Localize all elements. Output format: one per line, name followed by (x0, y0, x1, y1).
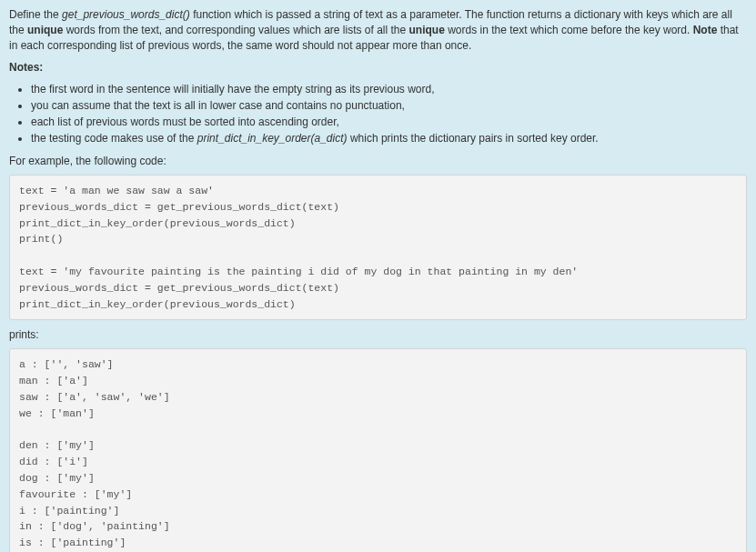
note4-post: which prints the dictionary pairs in sor… (348, 132, 599, 145)
code-block-input: text = 'a man we saw saw a saw' previous… (9, 175, 747, 321)
notes-list: the first word in the sentence will init… (9, 81, 747, 146)
example-label: For example, the following code: (9, 154, 747, 169)
intro-paragraph: Define the get_previous_words_dict() fun… (9, 7, 747, 53)
prints-label: prints: (9, 327, 747, 343)
note-item-2: you can assume that the text is all in l… (31, 97, 747, 114)
note-item-1: the first word in the sentence will init… (31, 81, 747, 97)
document-body: Define the get_previous_words_dict() fun… (0, 0, 756, 552)
bold-unique-1: unique (27, 24, 63, 36)
bold-unique-2: unique (409, 24, 445, 36)
note4-pre: the testing code makes use of the (31, 132, 197, 145)
note-item-3: each list of previous words must be sort… (31, 114, 747, 130)
notes-heading: Notes: (9, 60, 747, 75)
intro-text-mid2: words from the text, and corresponding v… (63, 24, 408, 36)
intro-text-pre: Define the (9, 8, 62, 21)
note4-func: print_dict_in_key_order(a_dict) (197, 132, 348, 145)
bold-note: Note (693, 24, 718, 36)
note-item-4: the testing code makes use of the print_… (31, 130, 747, 146)
intro-text-mid3: words in the text which come before the … (445, 24, 693, 36)
code-block-output: a : ['', 'saw'] man : ['a'] saw : ['a', … (9, 348, 747, 552)
function-name: get_previous_words_dict() (62, 8, 190, 21)
